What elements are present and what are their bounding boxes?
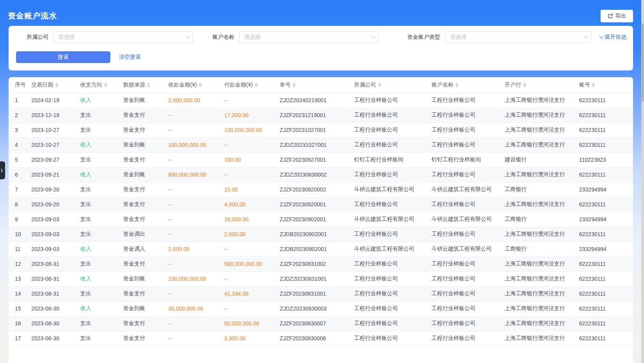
export-button[interactable]: 导出 [601, 10, 633, 22]
cell-company: 工程行业样板公司 [348, 256, 425, 271]
cell-pay-amount: 16,000.00 [218, 212, 273, 227]
cell-bank: 上海工商银行漕河泾支行 [498, 108, 573, 123]
cell-trade-date: 2023-08-31 [25, 271, 74, 286]
scrollbar-thumb[interactable] [642, 23, 644, 102]
chevron-down-icon [599, 34, 603, 38]
sort-icon[interactable] [55, 83, 58, 87]
column-header-trade-date[interactable]: 交易日期 [25, 77, 74, 93]
cell-data-source: 资金调入 [117, 242, 162, 256]
page-title: 资金账户流水 [8, 11, 57, 21]
vertical-scrollbar[interactable] [641, 0, 644, 363]
search-button[interactable]: 搜索 [16, 51, 110, 63]
drawer-handle[interactable] [0, 161, 5, 179]
cell-account-no: 622230111 [573, 316, 633, 331]
cell-receive-amount: -- [162, 286, 218, 301]
cell-order-no: ZJZF20230831002 [273, 256, 348, 271]
company-filter-label: 所属公司 [27, 34, 49, 41]
cell-trade-date: 2023-09-03 [25, 212, 74, 227]
cell-company: 工程行业样板公司 [348, 316, 425, 331]
table-row: 32023-10-27支出资金支付--100,000,000.00ZJZF202… [9, 123, 633, 137]
cell-company: 工程行业样板公司 [348, 197, 425, 212]
column-header-pay-amount[interactable]: 付款金额(¥) [218, 77, 273, 93]
cell-data-source: 资金支付 [117, 123, 162, 137]
column-header-direction[interactable]: 收支方向 [74, 77, 117, 93]
table-row: 12024-02-19收入资金到账2,000,000.00--ZJDZ20240… [9, 93, 633, 108]
sort-icon[interactable] [104, 83, 107, 87]
sort-icon[interactable] [199, 83, 202, 87]
cell-direction: 支出 [74, 331, 117, 346]
cell-index: 1 [9, 93, 25, 108]
expand-filters-label: 展开筛选 [604, 34, 626, 41]
cell-receive-amount: 230,000,000.00 [162, 271, 218, 286]
cell-bank: 上海工商银行漕河泾支行 [498, 316, 573, 331]
column-header-order-no[interactable]: 单号 [273, 77, 348, 93]
sort-icon[interactable] [147, 83, 150, 87]
cell-account-name: 工程行业样板公司 [425, 227, 498, 242]
sort-icon[interactable] [455, 83, 459, 87]
cell-index: 14 [9, 286, 25, 301]
cell-trade-date: 2023-08-31 [25, 286, 74, 301]
sort-icon[interactable] [255, 83, 258, 87]
column-header-data-source[interactable]: 数据来源 [117, 77, 162, 93]
cell-pay-amount: 41,334.00 [218, 286, 273, 301]
cell-account-no: 622230111 [573, 271, 633, 286]
cell-direction: 收入 [74, 137, 117, 152]
cell-trade-date: 2023-08-30 [25, 316, 74, 331]
sort-icon[interactable] [378, 83, 381, 87]
cell-direction: 支出 [74, 197, 117, 212]
column-label: 付款金额(¥) [224, 81, 253, 88]
cell-pay-amount: -- [218, 242, 273, 256]
cell-index: 13 [9, 271, 25, 286]
cell-order-no: ZJZF20230920001 [273, 197, 348, 212]
export-icon [608, 13, 613, 19]
cell-trade-date: 2023-09-20 [25, 197, 74, 212]
cell-account-name: 斗栱云建筑工程有限公司 [425, 242, 498, 256]
cell-receive-amount: 800,000,000.00 [162, 167, 218, 182]
cell-order-no: ZJDB20230902001 [273, 227, 348, 242]
company-select[interactable]: 请选择 [53, 31, 193, 43]
table-row: 152023-08-30收入资金到账30,000,000.00--ZJDZ202… [9, 301, 633, 316]
sort-icon[interactable] [293, 83, 296, 87]
cell-company: 工程行业样板公司 [348, 137, 425, 152]
cell-bank: 建设银行 [498, 152, 573, 167]
cell-bank: 上海工商银行漕河泾支行 [498, 93, 573, 108]
cell-company: 斗栱云建筑工程有限公司 [348, 212, 425, 227]
cell-receive-amount: -- [162, 316, 218, 331]
cell-company: 工程行业样板公司 [348, 227, 425, 242]
cell-trade-date: 2023-12-19 [25, 108, 74, 123]
cell-direction: 支出 [74, 123, 117, 137]
drawer-handle-mark [1, 169, 2, 172]
column-header-account-name[interactable]: 账户名称 [425, 77, 498, 93]
table-row: 92023-09-03支出资金支付--16,000.00ZJZF20230902… [9, 212, 633, 227]
cell-company: 工程行业样板公司 [348, 123, 425, 137]
filter-fields: 所属公司请选择账户名称请选择资金账户类型请选择 展开筛选 [9, 31, 633, 43]
column-header-company[interactable]: 所属公司 [348, 77, 425, 93]
cell-bank: 工商银行 [498, 242, 573, 256]
fund-account-type-select[interactable]: 请选择 [445, 31, 591, 43]
cell-index: 15 [9, 301, 25, 316]
table-row: 42023-10-27收入资金到账100,000,000.00--ZJDZ202… [9, 137, 633, 152]
cell-account-no: 622230111 [573, 286, 633, 301]
cell-direction: 收入 [74, 242, 117, 256]
column-header-account-no[interactable]: 账号 [573, 77, 633, 93]
cell-index: 9 [9, 212, 25, 227]
cell-company: 斗栱云建筑工程有限公司 [348, 242, 425, 256]
cell-pay-amount: -- [218, 301, 273, 316]
account-name-select[interactable]: 请选择 [239, 31, 378, 43]
select-placeholder: 请选择 [450, 34, 466, 41]
cell-company: 工程行业样板公司 [348, 271, 425, 286]
sort-icon[interactable] [523, 83, 526, 87]
column-header-receive-amount[interactable]: 收款金额(¥) [162, 77, 218, 93]
expand-filters-link[interactable]: 展开筛选 [599, 34, 626, 41]
cell-pay-amount: 100.00 [218, 152, 273, 167]
clear-search-link[interactable]: 清空搜索 [119, 54, 141, 61]
cell-order-no: ZJDZ20230830002 [273, 167, 348, 182]
cell-index: 17 [9, 331, 25, 346]
cell-trade-date: 2023-09-21 [25, 167, 74, 182]
sort-icon[interactable] [592, 83, 595, 87]
cell-account-no: 233294994 [573, 212, 633, 227]
cell-data-source: 资金支付 [117, 212, 162, 227]
cell-trade-date: 2023-09-27 [25, 152, 74, 167]
column-header-bank[interactable]: 开户行 [498, 77, 573, 93]
cell-receive-amount: 100,000,000.00 [162, 137, 218, 152]
